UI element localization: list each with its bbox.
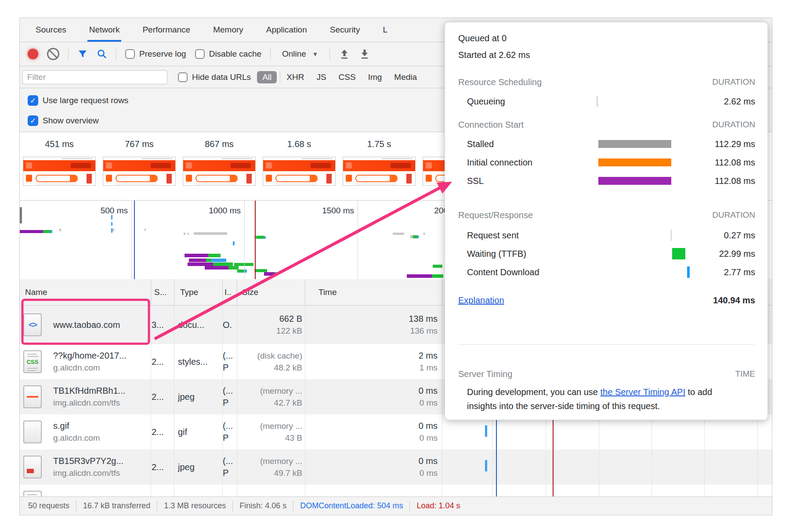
overview-waterfall-bar — [432, 274, 443, 278]
overview-gridline — [244, 201, 245, 279]
tab-sources[interactable]: Sources — [34, 18, 68, 42]
timing-bar-initial-connection — [598, 158, 671, 166]
request-name: 22kissy/k/6.2.4/s... — [53, 496, 126, 497]
toolbar-divider — [116, 47, 116, 61]
overview-scroll-grip[interactable] — [20, 207, 22, 223]
request-domain: g.alicdn.com — [53, 362, 127, 374]
timing-row-initial-connection: Initial connection 112.08 ms — [445, 155, 767, 170]
filter-pill-css[interactable]: CSS — [336, 71, 359, 83]
frame-timestamp: 451 ms — [23, 139, 96, 152]
overview-waterfall-bar — [111, 228, 112, 233]
checkbox-unchecked-icon — [125, 49, 135, 59]
timing-label: Stalled — [467, 139, 494, 149]
chevron-down-icon: ▼ — [312, 51, 318, 58]
table-row-kissy[interactable]: 22kissy/k/6.2.4/s... (... (memory ... 0 … — [20, 485, 772, 496]
checkbox-checked-icon — [28, 95, 38, 106]
record-button[interactable] — [28, 49, 38, 59]
column-header-initiator[interactable]: I.. — [224, 279, 232, 306]
request-domain: img.alicdn.com/tfs — [53, 397, 126, 409]
time-header: TIME — [735, 369, 755, 379]
hide-data-urls-label: Hide data URLs — [192, 72, 251, 82]
use-large-request-rows-checkbox[interactable]: Use large request rows — [28, 95, 128, 106]
document-icon — [23, 491, 42, 496]
request-size-uncompressed: 43 B — [228, 432, 302, 444]
filter-pill-js[interactable]: JS — [313, 71, 329, 83]
status-load: Load: 1.04 s — [410, 501, 467, 510]
overview-waterfall-bar — [205, 266, 228, 270]
filter-pill-all[interactable]: All — [257, 71, 277, 83]
show-overview-checkbox[interactable]: Show overview — [28, 115, 99, 126]
server-timing-api-link[interactable]: the Server Timing API — [601, 387, 685, 397]
column-header-time[interactable]: Time — [318, 279, 337, 306]
request-name: TB15R3vP7Y2g... — [53, 455, 123, 467]
overview-tick-label: 1000 ms — [209, 206, 241, 216]
timing-row-waiting-ttfb: Waiting (TTFB) 22.99 ms — [445, 246, 767, 261]
started-at-text: Started at 2.62 ms — [458, 50, 530, 60]
tab-performance[interactable]: Performance — [141, 18, 192, 42]
timing-value: 2.77 ms — [724, 267, 755, 277]
tab-network[interactable]: Network — [87, 18, 122, 42]
tab-application[interactable]: Application — [264, 18, 309, 42]
overview-waterfall-bar — [264, 236, 266, 239]
filmstrip-thumbnail[interactable] — [23, 157, 96, 186]
overview-waterfall-bar — [234, 263, 253, 266]
request-type: styles... — [178, 356, 208, 368]
filter-input[interactable] — [22, 70, 167, 84]
filmstrip-thumbnail[interactable] — [103, 157, 176, 186]
hide-data-urls-checkbox[interactable]: Hide data URLs — [178, 72, 251, 82]
column-header-size[interactable]: Size — [242, 279, 258, 306]
column-header-status[interactable]: S... — [154, 279, 167, 306]
overview-waterfall-bar — [211, 259, 226, 262]
status-requests-count: 50 requests — [22, 501, 76, 510]
filter-pill-img[interactable]: Img — [365, 71, 385, 83]
show-overview-label: Show overview — [43, 116, 99, 126]
explanation-link[interactable]: Explanation — [458, 295, 504, 306]
toolbar-divider — [270, 47, 271, 61]
overview-waterfall-bar — [393, 233, 404, 235]
timing-bar-stalled — [598, 140, 671, 148]
table-row-tb15r3[interactable]: TB15R3vP7Y2g...img.alicdn.com/tfs 2... j… — [20, 449, 772, 485]
request-size: (memory ... — [228, 420, 302, 432]
throttling-dropdown[interactable]: Online▼ — [279, 49, 321, 59]
request-size-uncompressed: 48.2 kB — [228, 362, 302, 374]
filmstrip-thumbnail[interactable] — [263, 157, 336, 186]
filmstrip-thumbnail[interactable] — [183, 157, 256, 186]
timing-value: 2.62 ms — [724, 97, 755, 107]
import-har-icon[interactable] — [339, 48, 350, 60]
request-size-uncompressed: 42.7 kB — [228, 397, 302, 409]
request-type: gif — [178, 426, 187, 438]
request-size-uncompressed: 122 kB — [228, 325, 302, 337]
overview-tick-label: 1500 ms — [322, 206, 354, 216]
filmstrip-thumbnail[interactable] — [343, 157, 416, 186]
timing-value: 0.27 ms — [724, 230, 755, 241]
tab-memory[interactable]: Memory — [211, 18, 245, 42]
section-title: Server Timing — [458, 369, 512, 379]
clear-icon[interactable] — [47, 48, 59, 60]
overview-gridline — [131, 201, 132, 279]
overview-waterfall-bar — [228, 266, 239, 270]
frame-timestamp: 867 ms — [183, 139, 256, 152]
tab-partial[interactable]: L — [381, 18, 389, 42]
filter-icon[interactable] — [77, 49, 88, 59]
column-header-name[interactable]: Name — [25, 279, 47, 306]
status-finish: Finish: 4.06 s — [233, 501, 293, 510]
overview-waterfall-bar — [188, 262, 213, 266]
filter-pill-media[interactable]: Media — [391, 71, 420, 83]
request-size: 662 B — [228, 313, 302, 325]
column-divider — [151, 279, 151, 305]
preserve-log-checkbox[interactable]: Preserve log — [125, 49, 186, 59]
export-har-icon[interactable] — [359, 48, 370, 60]
server-timing-section: Server Timing TIME — [445, 369, 767, 382]
toolbar-divider — [329, 47, 330, 61]
search-icon[interactable] — [97, 49, 107, 59]
duration-header: DURATION — [712, 210, 755, 220]
overview-tick-label: 500 ms — [101, 206, 128, 216]
column-divider — [222, 279, 223, 305]
tab-security[interactable]: Security — [328, 18, 362, 42]
column-header-type[interactable]: Type — [180, 279, 198, 306]
throttling-value: Online — [282, 49, 306, 59]
filter-pill-xhr[interactable]: XHR — [283, 71, 307, 83]
disable-cache-checkbox[interactable]: Disable cache — [195, 49, 261, 59]
column-divider — [305, 279, 305, 305]
request-type: docu... — [178, 319, 204, 331]
